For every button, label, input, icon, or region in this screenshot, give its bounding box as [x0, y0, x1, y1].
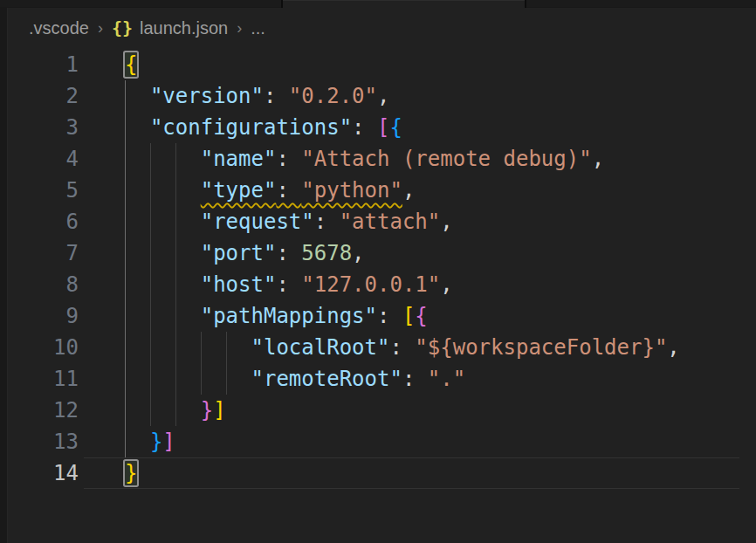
- code-area[interactable]: 1{2 "version": "0.2.0",3 "configurations…: [0, 49, 756, 489]
- code-line[interactable]: 4 "name": "Attach (remote debug)",: [0, 143, 756, 175]
- code-line-content[interactable]: "name": "Attach (remote debug)",: [125, 143, 604, 175]
- line-number[interactable]: 13: [0, 426, 79, 457]
- line-number[interactable]: 4: [0, 143, 79, 175]
- code-line[interactable]: 11 "remoteRoot": ".": [0, 363, 756, 395]
- code-line-content[interactable]: }]: [125, 426, 175, 457]
- code-line-content[interactable]: {: [125, 49, 137, 80]
- code-line-content[interactable]: "remoteRoot": ".": [125, 363, 465, 395]
- code-line[interactable]: 12 }]: [0, 395, 756, 426]
- tab-bar[interactable]: [0, 0, 756, 8]
- code-line-content[interactable]: "configurations": [{: [125, 112, 402, 143]
- line-number[interactable]: 6: [0, 206, 79, 237]
- code-line[interactable]: 14}: [0, 457, 756, 489]
- code-line[interactable]: 5 "type": "python",: [0, 175, 756, 206]
- line-number[interactable]: 7: [0, 237, 79, 269]
- breadcrumb-folder[interactable]: .vscode: [29, 18, 89, 38]
- code-line-content[interactable]: "port": 5678,: [125, 237, 365, 269]
- code-line-content[interactable]: }: [125, 457, 137, 489]
- code-line[interactable]: 10 "localRoot": "${workspaceFolder}",: [0, 332, 756, 363]
- code-line[interactable]: 6 "request": "attach",: [0, 206, 756, 237]
- vscode-window: .vscode › {} launch.json › ... 1{2 "vers…: [0, 0, 756, 543]
- code-line[interactable]: 13 }]: [0, 426, 756, 457]
- code-line-content[interactable]: }]: [125, 395, 226, 426]
- line-number[interactable]: 11: [0, 363, 79, 395]
- line-number[interactable]: 9: [0, 300, 79, 332]
- json-braces-icon: {}: [112, 17, 133, 38]
- chevron-right-icon: ›: [98, 19, 103, 38]
- bracket-match: }: [125, 461, 137, 485]
- breadcrumb-symbol-ellipsis[interactable]: ...: [251, 18, 265, 38]
- code-line[interactable]: 3 "configurations": [{: [0, 112, 756, 143]
- line-number[interactable]: 1: [0, 49, 79, 80]
- line-number[interactable]: 2: [0, 80, 79, 112]
- line-number[interactable]: 10: [0, 332, 79, 363]
- code-line[interactable]: 2 "version": "0.2.0",: [0, 80, 756, 112]
- code-line[interactable]: 1{: [0, 49, 756, 80]
- breadcrumb: .vscode › {} launch.json › ...: [8, 10, 756, 46]
- line-number[interactable]: 5: [0, 175, 79, 206]
- line-number[interactable]: 3: [0, 112, 79, 143]
- line-number[interactable]: 14: [0, 457, 79, 489]
- code-line-content[interactable]: "host": "127.0.0.1",: [125, 269, 453, 300]
- code-line[interactable]: 8 "host": "127.0.0.1",: [0, 269, 756, 300]
- bracket-match: {: [125, 52, 137, 77]
- chevron-right-icon: ›: [237, 19, 242, 38]
- tab-separator: [525, 0, 526, 8]
- code-line-content[interactable]: "localRoot": "${workspaceFolder}",: [125, 332, 680, 363]
- line-number[interactable]: 8: [0, 269, 79, 300]
- code-line[interactable]: 7 "port": 5678,: [0, 237, 756, 269]
- tab-separator: [281, 0, 283, 8]
- code-line-content[interactable]: "type": "python",: [125, 175, 415, 206]
- code-line[interactable]: 9 "pathMappings": [{: [0, 300, 756, 332]
- breadcrumb-file[interactable]: launch.json: [140, 18, 228, 38]
- line-number[interactable]: 12: [0, 395, 79, 426]
- code-line-content[interactable]: "request": "attach",: [125, 206, 453, 237]
- tab-segment[interactable]: [281, 0, 525, 8]
- code-line-content[interactable]: "pathMappings": [{: [125, 300, 428, 332]
- code-line-content[interactable]: "version": "0.2.0",: [125, 80, 389, 112]
